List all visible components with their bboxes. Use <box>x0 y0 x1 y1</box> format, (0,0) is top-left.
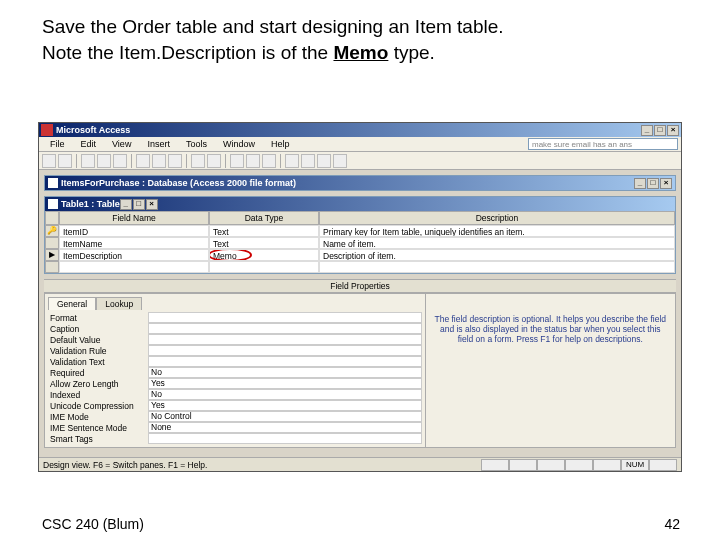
property-label: Caption <box>48 324 148 334</box>
tab-lookup[interactable]: Lookup <box>96 297 142 310</box>
col-datatype: Data Type <box>209 211 319 225</box>
property-row: Validation Rule <box>48 345 422 356</box>
field-name-cell[interactable]: ItemName <box>59 237 209 249</box>
toolbar-button[interactable] <box>262 154 276 168</box>
slide-caption: Save the Order table and start designing… <box>42 14 680 65</box>
toolbar-button[interactable] <box>191 154 205 168</box>
property-value[interactable] <box>148 345 422 356</box>
db-minimize-button[interactable]: _ <box>634 178 646 189</box>
toolbar-button[interactable] <box>207 154 221 168</box>
property-value[interactable]: No Control <box>148 411 422 422</box>
menu-tools[interactable]: Tools <box>178 139 215 149</box>
property-value[interactable]: No <box>148 367 422 378</box>
help-search-input[interactable]: make sure email has an ans <box>528 138 678 150</box>
minimize-button[interactable]: _ <box>641 125 653 136</box>
status-cell <box>593 459 621 471</box>
field-properties-pane: General Lookup FormatCaptionDefault Valu… <box>44 293 676 448</box>
description-cell[interactable]: Description of item. <box>319 249 675 261</box>
row-selector[interactable] <box>45 261 59 273</box>
menu-file[interactable]: File <box>42 139 73 149</box>
status-cell <box>509 459 537 471</box>
tbl-minimize-button[interactable]: _ <box>120 199 132 210</box>
toolbar-button[interactable] <box>97 154 111 168</box>
field-name-cell[interactable]: ItemID <box>59 225 209 237</box>
db-maximize-button[interactable]: □ <box>647 178 659 189</box>
statusbar: Design view. F6 = Switch panes. F1 = Hel… <box>39 457 681 471</box>
database-window: ItemsForPurchase : Database (Access 2000… <box>44 175 676 191</box>
property-row: Validation Text <box>48 356 422 367</box>
toolbar-button[interactable] <box>81 154 95 168</box>
toolbar-button[interactable] <box>285 154 299 168</box>
property-label: Indexed <box>48 390 148 400</box>
toolbar-button[interactable] <box>58 154 72 168</box>
property-value[interactable] <box>148 356 422 367</box>
db-icon <box>48 178 58 188</box>
property-value[interactable]: Yes <box>148 400 422 411</box>
menu-edit[interactable]: Edit <box>73 139 105 149</box>
tbl-close-button[interactable]: × <box>146 199 158 210</box>
slide-footer-right: 42 <box>664 516 680 532</box>
row-selector[interactable] <box>45 237 59 249</box>
row-selector[interactable]: ▶ <box>45 249 59 261</box>
status-cell <box>537 459 565 471</box>
property-row: Smart Tags <box>48 433 422 444</box>
property-value[interactable] <box>148 334 422 345</box>
access-icon <box>41 124 53 136</box>
toolbar-button[interactable] <box>168 154 182 168</box>
menu-insert[interactable]: Insert <box>139 139 178 149</box>
close-button[interactable]: × <box>667 125 679 136</box>
property-label: Validation Text <box>48 357 148 367</box>
property-value[interactable]: Yes <box>148 378 422 389</box>
tbl-maximize-button[interactable]: □ <box>133 199 145 210</box>
property-row: RequiredNo <box>48 367 422 378</box>
toolbar-button[interactable] <box>333 154 347 168</box>
description-cell[interactable]: Name of item. <box>319 237 675 249</box>
property-row: IndexedNo <box>48 389 422 400</box>
property-value[interactable]: None <box>148 422 422 433</box>
property-value[interactable] <box>148 323 422 334</box>
description-cell[interactable]: Primary key for Item table, uniquely ide… <box>319 225 675 237</box>
toolbar-button[interactable] <box>136 154 150 168</box>
property-label: Default Value <box>48 335 148 345</box>
toolbar-button[interactable] <box>301 154 315 168</box>
toolbar-button[interactable] <box>230 154 244 168</box>
table-window-title: Table1 : Table <box>61 199 120 209</box>
data-type-cell[interactable]: Memo <box>209 249 319 261</box>
property-value[interactable] <box>148 433 422 444</box>
property-label: Unicode Compression <box>48 401 148 411</box>
toolbar-button[interactable] <box>42 154 56 168</box>
status-cell <box>481 459 509 471</box>
db-close-button[interactable]: × <box>660 178 672 189</box>
toolbar-button[interactable] <box>152 154 166 168</box>
property-value[interactable]: No <box>148 389 422 400</box>
property-label: Format <box>48 313 148 323</box>
toolbar-button[interactable] <box>113 154 127 168</box>
app-title: Microsoft Access <box>56 125 641 135</box>
menu-view[interactable]: View <box>104 139 139 149</box>
table-icon <box>48 199 58 209</box>
field-grid: Field Name Data Type Description 🔑 ItemI… <box>45 211 675 273</box>
row-selector[interactable]: 🔑 <box>45 225 59 237</box>
menu-help[interactable]: Help <box>263 139 298 149</box>
col-fieldname: Field Name <box>59 211 209 225</box>
field-name-cell[interactable]: ItemDescription <box>59 249 209 261</box>
status-text: Design view. F6 = Switch panes. F1 = Hel… <box>43 460 207 470</box>
property-row: IME Sentence ModeNone <box>48 422 422 433</box>
maximize-button[interactable]: □ <box>654 125 666 136</box>
access-screenshot: Microsoft Access _ □ × File Edit View In… <box>38 122 682 472</box>
data-type-cell[interactable]: Text <box>209 237 319 249</box>
menu-window[interactable]: Window <box>215 139 263 149</box>
data-type-cell[interactable]: Text <box>209 225 319 237</box>
property-row: Unicode CompressionYes <box>48 400 422 411</box>
property-label: Smart Tags <box>48 434 148 444</box>
tab-general[interactable]: General <box>48 297 96 310</box>
property-label: Validation Rule <box>48 346 148 356</box>
status-cell <box>649 459 677 471</box>
toolbar-button[interactable] <box>246 154 260 168</box>
field-help-text: The field description is optional. It he… <box>426 294 675 447</box>
toolbar-button[interactable] <box>317 154 331 168</box>
property-row: Format <box>48 312 422 323</box>
property-value[interactable] <box>148 312 422 323</box>
db-window-title: ItemsForPurchase : Database (Access 2000… <box>61 178 296 188</box>
property-row: Caption <box>48 323 422 334</box>
